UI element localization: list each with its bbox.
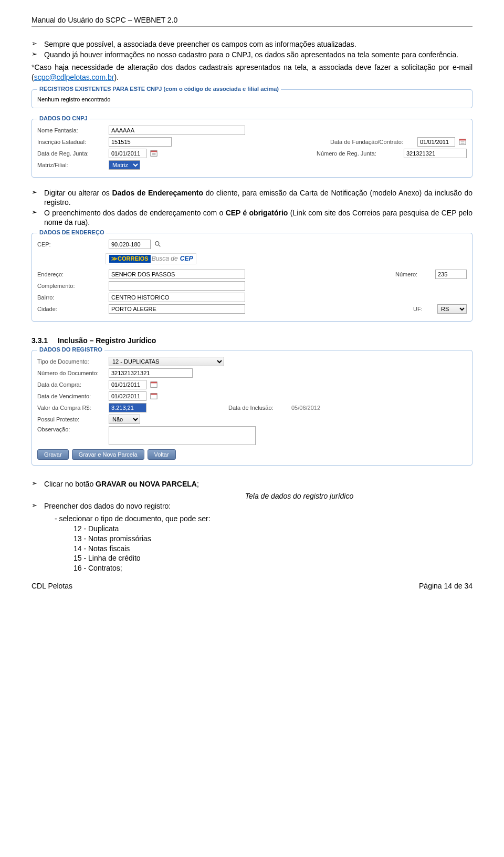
input-cidade[interactable] [109, 304, 245, 314]
label-observacao: Observação: [37, 426, 106, 432]
page-header: Manual do Usuário do SCPC – WEBNET 2.0 [32, 0, 472, 27]
select-matriz-filial[interactable]: Matriz [109, 160, 140, 170]
mid-bullet-2: O preenchimento dos dados de endereçamen… [44, 208, 472, 227]
mid-bullets: Digitar ou alterar os Dados de Endereçam… [32, 188, 472, 228]
calendar-icon[interactable] [150, 380, 158, 389]
label-data-venc: Data de Vencimento: [37, 393, 106, 399]
input-data-inclusao [289, 403, 327, 412]
panel-endereco-title: DADOS DE ENDEREÇO [37, 229, 106, 235]
label-endereco: Endereço: [37, 271, 106, 277]
input-valor-compra[interactable] [109, 403, 146, 412]
mid-b2-pre: O preenchimento dos dados de endereçamen… [44, 209, 226, 217]
label-numero: Número: [395, 271, 432, 277]
section-number: 3.3.1 [32, 336, 56, 345]
intro-note-post: ). [114, 73, 119, 81]
intro-bullet-1: Sempre que possível, a associada deve pr… [44, 39, 472, 49]
input-data-fundacao[interactable] [417, 137, 455, 147]
label-bairro: Bairro: [37, 294, 106, 301]
input-num-reg-junta[interactable] [404, 149, 467, 158]
correios-link[interactable]: ≫CORREIOS Busca de CEP [106, 253, 196, 264]
doc-type-13: 13 - Notas promissórias [74, 534, 472, 544]
correios-cep-text: CEP [180, 255, 193, 262]
section-title: Inclusão – Registro Jurídico [58, 336, 156, 345]
end-bullets: Clicar no botão GRAVAR ou NOVA PARCELA; [32, 479, 472, 489]
intro-note-link[interactable]: scpc@cdlpelotas.com.br [34, 73, 114, 81]
label-data-reg-junta: Data de Reg. Junta: [37, 150, 106, 157]
label-data-fundacao: Data de Fundação/Contrato: [330, 139, 414, 145]
input-data-reg-junta[interactable] [109, 149, 146, 158]
panel-cnpj-title: DADOS DO CNPJ [37, 115, 90, 121]
input-numero[interactable] [435, 270, 467, 279]
mid-b1-bold: Dados de Endereçamento [112, 189, 203, 197]
end-b1-post: ; [197, 480, 199, 488]
calendar-icon[interactable] [458, 138, 467, 146]
input-bairro[interactable] [109, 293, 245, 302]
figure-caption: Tela de dados do registro jurídico [126, 492, 472, 500]
doc-type-16: 16 - Contratos; [74, 563, 472, 573]
doc-type-list: 12 - Duplicata 13 - Notas promissórias 1… [32, 524, 472, 573]
mid-b2-bold: CEP é obrigatório [226, 209, 288, 217]
svg-rect-11 [151, 381, 157, 383]
sub-list: - selecionar o tipo de documento, que po… [32, 514, 472, 524]
input-nome-fantasia[interactable] [109, 126, 245, 135]
select-tipo-doc[interactable]: 12 - DUPLICATAS [109, 357, 224, 366]
label-complemento: Complemento: [37, 283, 106, 289]
input-cep[interactable] [109, 240, 151, 249]
end-b1-bold: GRAVAR ou NOVA PARCELA [96, 480, 197, 488]
search-icon[interactable] [154, 240, 162, 249]
gravar-nova-parcela-button[interactable]: Gravar e Nova Parcela [72, 449, 144, 460]
calendar-icon[interactable] [150, 149, 158, 158]
sub-item-1: - selecionar o tipo de documento, que po… [55, 514, 472, 524]
label-cep: CEP: [37, 241, 106, 247]
label-matriz-filial: Matriz/Filial: [37, 162, 106, 168]
voltar-button[interactable]: Voltar [148, 449, 176, 460]
intro-bullets: Sempre que possível, a associada deve pr… [32, 39, 472, 59]
input-complemento[interactable] [109, 281, 245, 291]
end-bullet-1: Clicar no botão GRAVAR ou NOVA PARCELA; [44, 479, 472, 489]
select-uf[interactable]: RS [437, 304, 467, 314]
input-data-venc[interactable] [109, 391, 146, 401]
select-protesto[interactable]: Não [109, 415, 140, 424]
mid-bullet-1: Digitar ou alterar os Dados de Endereçam… [44, 188, 472, 207]
svg-line-9 [159, 244, 161, 246]
label-valor-compra: Valor da Compra R$: [37, 405, 106, 411]
panel-endereco: DADOS DE ENDEREÇO CEP: ≫CORREIOS Busca d… [32, 233, 472, 322]
label-data-compra: Data da Compra: [37, 381, 106, 388]
end-b1-pre: Clicar no botão [44, 480, 96, 488]
panel-registros: REGISTROS EXISTENTES PARA ESTE CNPJ (com… [32, 89, 472, 108]
mid-b1-pre: Digitar ou alterar os [44, 189, 112, 197]
panel-registros-title: REGISTROS EXISTENTES PARA ESTE CNPJ (com… [37, 86, 281, 92]
label-data-inclusao: Data de Inclusão: [228, 405, 286, 411]
end-bullet-2: Preencher dos dados do novo registro: [44, 501, 472, 511]
doc-type-12: 12 - Duplicata [74, 524, 472, 534]
label-num-reg-junta: Número de Reg. Junta: [317, 150, 401, 157]
svg-point-8 [155, 241, 159, 245]
input-endereco[interactable] [109, 270, 245, 279]
panel-cnpj: DADOS DO CNPJ Nome Fantasia: Inscrição E… [32, 119, 472, 178]
correios-logo: ≫CORREIOS [109, 255, 151, 263]
svg-rect-5 [151, 151, 157, 152]
gravar-button[interactable]: Gravar [37, 449, 69, 460]
label-tipo-doc: Tipo de Documento: [37, 358, 106, 365]
input-inscricao-estadual[interactable] [109, 137, 172, 147]
svg-rect-13 [151, 393, 157, 395]
label-protesto: Possui Protesto: [37, 416, 106, 422]
panel-registro: DADOS DO REGISTRO Tipo de Documento: 12 … [32, 350, 472, 466]
panel-registro-title: DADOS DO REGISTRO [37, 346, 104, 353]
svg-rect-1 [459, 139, 466, 141]
input-num-doc[interactable] [109, 368, 193, 378]
page-footer: CDL Pelotas Página 14 de 34 [32, 582, 472, 603]
correios-busca-text: Busca de [152, 255, 178, 262]
textarea-observacao[interactable] [109, 426, 256, 445]
end-bullets-2: Preencher dos dados do novo registro: [32, 501, 472, 511]
doc-type-15: 15 - Linha de crédito [74, 553, 472, 563]
section-heading: 3.3.1 Inclusão – Registro Jurídico [32, 336, 472, 345]
label-num-doc: Número do Documento: [37, 370, 106, 376]
label-uf: UF: [413, 306, 434, 312]
label-inscricao-estadual: Inscrição Estadual: [37, 139, 106, 145]
label-cidade: Cidade: [37, 306, 106, 312]
intro-bullet-2: Quando já houver informações no nosso ca… [44, 50, 472, 59]
input-data-compra[interactable] [109, 380, 146, 389]
intro-note: *Caso haja necessidade de alteração dos … [32, 63, 472, 81]
calendar-icon[interactable] [150, 392, 158, 400]
